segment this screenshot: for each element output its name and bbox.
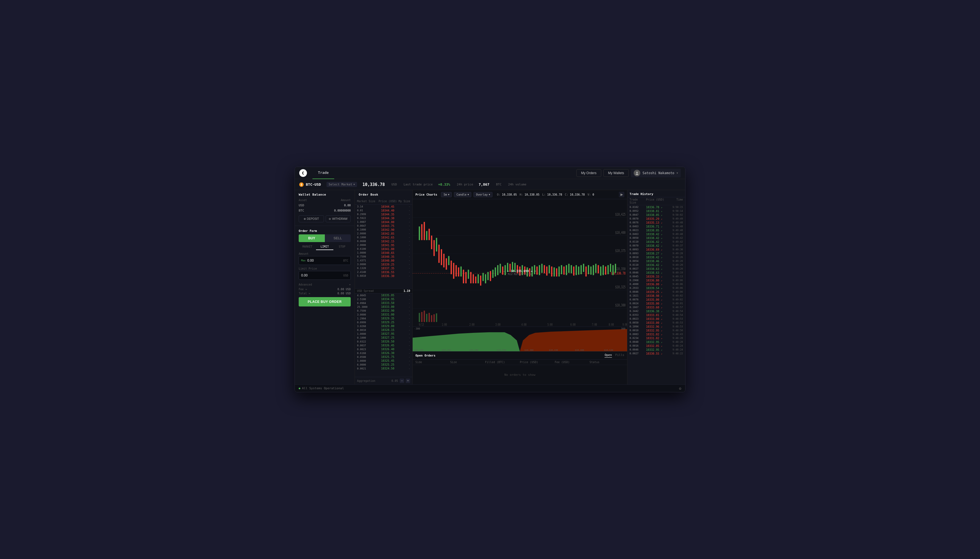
- ask-row[interactable]: 0.0688 10342.15 -: [355, 239, 412, 243]
- ask-row[interactable]: 0.01 10344.40 -: [355, 208, 412, 212]
- ask-row[interactable]: 1.0000 10340.65 -: [355, 251, 412, 255]
- place-buy-order-button[interactable]: PLACE BUY ORDER: [298, 297, 351, 306]
- svg-rect-35: [458, 267, 459, 276]
- ask-row[interactable]: 0.1320 10337.35 -: [355, 266, 412, 270]
- bid-size: 0.1000: [357, 336, 377, 339]
- overlay-select[interactable]: Overlay ▼: [474, 192, 492, 197]
- th-col-price: Price (USD): [646, 198, 667, 204]
- bid-row[interactable]: 0.0500 10325.75 -: [355, 355, 412, 359]
- advanced-toggle[interactable]: Advanced ▾: [298, 282, 351, 287]
- bid-row[interactable]: 25.3000 10333.00 -: [355, 305, 412, 309]
- bid-row[interactable]: 0.6168 10326.30 -: [355, 351, 412, 355]
- trade-size: 0.2933: [630, 287, 646, 289]
- bid-row[interactable]: 0.0322 10326.50 -: [355, 340, 412, 344]
- deposit-button[interactable]: ⊕ DEPOSIT: [298, 215, 324, 222]
- sell-button[interactable]: SELL: [325, 234, 351, 242]
- amount-input-wrap: Max BTC: [298, 256, 351, 265]
- limit-price-input[interactable]: [301, 273, 343, 277]
- ask-size: 0.1320: [357, 267, 377, 270]
- bid-row[interactable]: 0.1000 10327.25 -: [355, 336, 412, 340]
- trade-size: 0.0047: [630, 213, 646, 216]
- agg-decrease-button[interactable]: −: [400, 379, 404, 383]
- ask-row[interactable]: 0.7599 10340.35 -: [355, 255, 412, 259]
- bid-row[interactable]: 0.7599 10332.90 -: [355, 309, 412, 313]
- agg-increase-button[interactable]: +: [406, 379, 410, 383]
- ask-size: 0.01: [357, 209, 377, 212]
- ask-row[interactable]: 3.0000 10339.25 -: [355, 263, 412, 266]
- ask-my-size: -: [398, 209, 410, 212]
- tab-limit[interactable]: LIMIT: [316, 244, 333, 250]
- bid-row[interactable]: 4.0045 10335.05 -: [355, 294, 412, 298]
- oo-col-side: Side: [415, 361, 450, 364]
- limit-currency: USD: [343, 274, 348, 277]
- ask-row[interactable]: 0.6100 10341.80 -: [355, 247, 412, 251]
- ask-row[interactable]: 0.1000 10342.90 -: [355, 228, 412, 232]
- tab-market[interactable]: MARKET: [298, 244, 316, 250]
- trade-size: 0.0234: [630, 337, 646, 339]
- ask-row[interactable]: 0.0047 10343.75 -: [355, 224, 412, 228]
- ask-size: 0.0047: [357, 225, 377, 227]
- my-wallets-button[interactable]: My Wallets: [604, 169, 629, 177]
- trade-row: 0.0046 10338.63 ↗ 9:49:19: [627, 271, 685, 275]
- trade-row: 0.0047 10338.05 ↗ 9:50:02: [627, 213, 685, 217]
- svg-text:$10,300: $10,300: [615, 303, 626, 308]
- svg-rect-72: [549, 265, 550, 273]
- ask-row[interactable]: 3.14 10344.45 -: [355, 205, 412, 208]
- bid-row[interactable]: 1.0000 10327.95 -: [355, 332, 412, 336]
- ask-row[interactable]: 0.5922 10344.30 -: [355, 216, 412, 220]
- bid-row[interactable]: 0.0037 10326.45 -: [355, 344, 412, 347]
- my-orders-button[interactable]: My Orders: [577, 169, 601, 177]
- bid-row[interactable]: 0.0010 10328.15 -: [355, 328, 412, 332]
- bid-row[interactable]: 3.0000 10331.00 -: [355, 313, 412, 317]
- chart-type-select[interactable]: Candle ▼: [454, 192, 471, 197]
- trade-time: 9:49:49: [667, 217, 683, 220]
- chart-forward-button[interactable]: ▶: [619, 192, 624, 197]
- ask-row[interactable]: 2.0000 10342.85 -: [355, 232, 412, 235]
- timeframe-select[interactable]: 5m ▼: [441, 192, 452, 197]
- bid-price: 10325.25: [377, 363, 398, 366]
- bid-row[interactable]: 0.0999 10329.25 -: [355, 321, 412, 324]
- trade-history-cols: Trade Size Price (USD) Time: [627, 197, 685, 205]
- trade-row: 0.3442 10336.38 ↗ 9:48:54: [627, 309, 685, 313]
- trade-price: 10338.63 ↗: [646, 267, 667, 270]
- ask-row[interactable]: 2.4140 10336.55 -: [355, 270, 412, 274]
- tab-open[interactable]: Open: [605, 353, 612, 357]
- tab-fills[interactable]: Fills: [615, 353, 624, 357]
- ask-row[interactable]: 1.0087 10344.00 -: [355, 220, 412, 224]
- bid-row[interactable]: 3.0268 10329.00 -: [355, 324, 412, 328]
- bid-row[interactable]: 2.5100 10334.95 -: [355, 298, 412, 301]
- trade-time: 9:48:28: [667, 341, 683, 343]
- bid-row[interactable]: 1.0000 10325.45 -: [355, 359, 412, 363]
- tab-stop[interactable]: STOP: [333, 244, 351, 250]
- withdraw-button[interactable]: ⊖ WITHDRAW: [326, 215, 351, 222]
- ohlcv-display: O: 10,338.05 H: 10,338.05 L: 10,336.78 C…: [497, 193, 617, 196]
- nav-tab-trade[interactable]: Trade: [312, 167, 334, 179]
- bid-row[interactable]: 0.0984 10333.50 -: [355, 301, 412, 305]
- trade-size: 0.0952: [630, 210, 646, 212]
- user-menu[interactable]: Satoshi Nakamoto ▼: [631, 169, 681, 177]
- trade-price: 10331.02 ↗: [646, 337, 667, 340]
- ask-row[interactable]: 5.6010 10336.30 -: [355, 274, 412, 278]
- svg-rect-24: [431, 235, 432, 249]
- ask-row[interactable]: 1.4371 10340.00 -: [355, 259, 412, 263]
- svg-text:$10,230: $10,230: [442, 349, 451, 351]
- select-market-button[interactable]: Select Market ▼: [327, 182, 357, 187]
- app-logo[interactable]: C: [299, 169, 307, 177]
- max-link[interactable]: Max: [301, 259, 305, 262]
- trade-history-rows: 0.0102 10336.78 ↗ 9:50:15 0.0952 10338.8…: [627, 205, 685, 384]
- buy-button[interactable]: BUY: [298, 234, 325, 242]
- bid-row[interactable]: 0.0023 10326.40 -: [355, 347, 412, 351]
- svg-rect-30: [446, 258, 447, 270]
- settings-icon[interactable]: ⚙: [679, 386, 682, 390]
- bid-row[interactable]: 0.0021 10324.50 -: [355, 367, 412, 370]
- ask-row[interactable]: 2.0000 10341.95 -: [355, 243, 412, 247]
- ask-my-size: -: [398, 259, 410, 262]
- amount-input[interactable]: [307, 259, 343, 263]
- ask-row[interactable]: 0.1000 10342.65 -: [355, 235, 412, 239]
- price-change-24h: +0.33%: [438, 183, 450, 187]
- bid-row[interactable]: 1.2904 10329.35 -: [355, 317, 412, 321]
- bid-row[interactable]: 6.0000 10325.25 -: [355, 363, 412, 367]
- trade-size: 0.0070: [630, 244, 646, 247]
- bid-price: 10325.75: [377, 356, 398, 359]
- ask-row[interactable]: 0.2999 10344.35 -: [355, 212, 412, 216]
